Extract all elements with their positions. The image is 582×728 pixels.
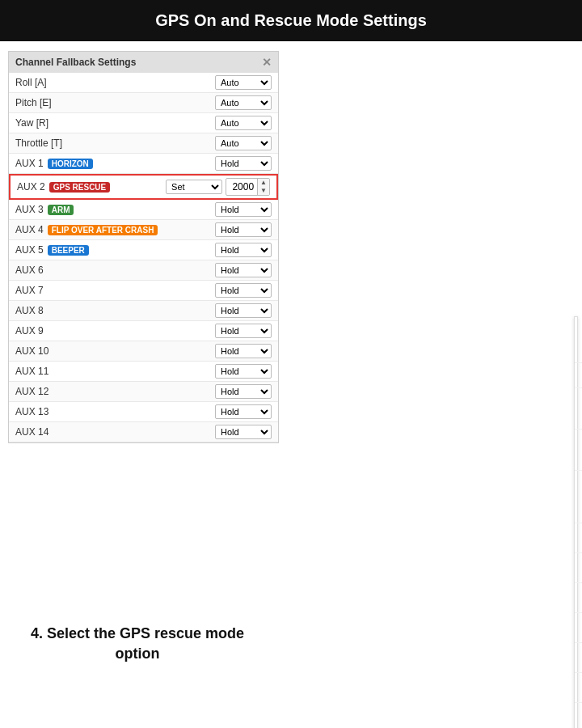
aux2-spin-up[interactable]: ▲ xyxy=(258,179,269,187)
left-panel: Channel Fallback Settings ✕ Roll [A] Aut… xyxy=(0,41,287,728)
channel-label-aux5: AUX 5 BEEPER xyxy=(15,244,215,256)
channel-select-aux10[interactable]: Hold xyxy=(215,344,272,358)
channel-row-roll: Roll [A] AutoHoldSet xyxy=(9,73,278,93)
channel-select-aux13[interactable]: Hold xyxy=(215,404,272,419)
channel-label-aux2: AUX 2 GPS RESCUE xyxy=(17,181,166,193)
channel-row-aux13: AUX 13 Hold xyxy=(9,402,278,422)
aux2-value-input[interactable] xyxy=(226,180,257,194)
channel-label-aux13: AUX 13 xyxy=(15,406,215,417)
channel-label-pitch: Pitch [E] xyxy=(15,97,215,108)
channel-row-yaw: Yaw [R] AutoHoldSet xyxy=(9,113,278,133)
channel-row-throttle: Throttle [T] AutoHoldSet xyxy=(9,133,278,154)
channel-row-pitch: Pitch [E] AutoHoldSet xyxy=(9,93,278,113)
aux2-set-controls: SetHoldAuto ▲ ▼ xyxy=(166,178,270,196)
channel-label-aux9: AUX 9 xyxy=(15,325,215,336)
gps-row-min-satellites: ▲ ▼ Minimum satellites xyxy=(575,703,582,728)
badge-beeper: BEEPER xyxy=(48,245,89,256)
channel-label-roll: Roll [A] xyxy=(15,77,215,88)
step4-label: 4. Select the GPS rescue mode option xyxy=(16,624,259,664)
channel-label-throttle: Throttle [T] xyxy=(15,138,215,149)
page-title: GPS On and Rescue Mode Settings xyxy=(0,0,582,41)
channel-select-pitch[interactable]: AutoHoldSet xyxy=(215,95,272,110)
channel-row-aux6: AUX 6 Hold xyxy=(9,260,278,281)
gps-row-descent-distance: ▲ ▼ Descent distance (meters) xyxy=(575,430,582,471)
channel-label-aux6: AUX 6 xyxy=(15,265,215,276)
channel-select-yaw[interactable]: AutoHoldSet xyxy=(215,116,272,130)
channel-select-aux11[interactable]: Hold xyxy=(215,364,272,379)
channel-panel-title: Channel Fallback Settings xyxy=(15,57,136,68)
channel-row-aux9: AUX 9 Hold xyxy=(9,321,278,341)
badge-horizon: HORIZON xyxy=(48,159,93,169)
channel-select-aux12[interactable]: Hold xyxy=(215,384,272,399)
gps-row-throttle-min: ▲ ▼ Throttle minimum xyxy=(575,553,582,583)
channel-label-aux4: AUX 4 FLIP OVER AFTER CRASH xyxy=(15,224,215,235)
gps-row-throttle-hover: ▲ ▼ Throttle hover xyxy=(575,613,582,643)
gps-row-throttle-max: ▲ ▼ Throttle maximum xyxy=(575,583,582,613)
channel-select-aux9[interactable]: Hold xyxy=(215,324,272,338)
channel-row-aux2: AUX 2 GPS RESCUE SetHoldAuto ▲ ▼ xyxy=(9,174,278,200)
channel-panel-header: Channel Fallback Settings ✕ xyxy=(9,52,278,73)
channel-row-aux10: AUX 10 Hold xyxy=(9,341,278,362)
channel-row-aux8: AUX 8 Hold xyxy=(9,301,278,321)
channel-row-aux1: AUX 1 HORIZON HoldAutoSet xyxy=(9,154,278,174)
channel-row-aux7: AUX 7 Hold xyxy=(9,281,278,301)
gps-row-ascend-rate: ▲ ▼ Ascend rate (meters/second) xyxy=(575,643,582,673)
gps-rescue-panel: GPS Rescue Return to xyxy=(574,316,578,728)
channel-label-aux14: AUX 14 xyxy=(15,426,215,438)
channel-label-aux7: AUX 7 xyxy=(15,285,215,296)
aux2-spin: ▲ ▼ xyxy=(257,179,269,195)
gps-row-min-distance: ▲ ▼ Minimum distance to home (meters) ? xyxy=(575,471,582,523)
channel-select-aux5[interactable]: HoldAutoSet xyxy=(215,243,272,257)
channel-label-aux12: AUX 12 xyxy=(15,386,215,397)
channel-label-aux8: AUX 8 xyxy=(15,305,215,316)
channel-row-aux4: AUX 4 FLIP OVER AFTER CRASH HoldAutoSet xyxy=(9,220,278,240)
channel-select-aux1[interactable]: HoldAutoSet xyxy=(215,156,272,171)
channel-select-roll[interactable]: AutoHoldSet xyxy=(215,75,272,90)
aux2-spin-down[interactable]: ▼ xyxy=(258,187,269,195)
aux2-value-wrap: ▲ ▼ xyxy=(226,178,270,196)
close-icon[interactable]: ✕ xyxy=(262,56,272,69)
channel-label-aux1: AUX 1 HORIZON xyxy=(15,158,215,169)
channel-row-aux14: AUX 14 Hold xyxy=(9,422,278,442)
channel-select-aux7[interactable]: Hold xyxy=(215,283,272,298)
gps-row-descend-rate: ▲ ▼ Descend rate (meters/second) xyxy=(575,673,582,703)
gps-row-ground-speed: ▲ ▼ Ground speed (meters/second) xyxy=(575,523,582,553)
channel-fallback-panel: Channel Fallback Settings ✕ Roll [A] Aut… xyxy=(8,51,279,443)
channel-select-aux4[interactable]: HoldAutoSet xyxy=(215,222,272,237)
channel-select-aux8[interactable]: Hold xyxy=(215,303,272,318)
gps-panel-header: GPS Rescue Return to xyxy=(575,317,582,363)
badge-arm: ARM xyxy=(48,205,74,215)
badge-gps-rescue: GPS RESCUE xyxy=(49,182,111,193)
channel-label-aux10: AUX 10 xyxy=(15,345,215,357)
channel-label-aux3: AUX 3 ARM xyxy=(15,204,215,215)
channel-select-aux6[interactable]: Hold xyxy=(215,263,272,277)
right-panel: 3. Set the RXLOSS control rescue mode ch… xyxy=(287,41,582,728)
badge-flip: FLIP OVER AFTER CRASH xyxy=(48,225,158,235)
channel-select-throttle[interactable]: AutoHoldSet xyxy=(215,136,272,150)
channel-label-aux11: AUX 11 xyxy=(15,366,215,377)
channel-row-aux5: AUX 5 BEEPER HoldAutoSet xyxy=(9,240,278,260)
channel-select-aux2[interactable]: SetHoldAuto xyxy=(166,180,222,194)
channel-row-aux3: AUX 3 ARM HoldAutoSet xyxy=(9,200,278,220)
channel-select-aux14[interactable]: Hold xyxy=(215,425,272,439)
channel-select-aux3[interactable]: HoldAutoSet xyxy=(215,202,272,217)
gps-row-initial-altitude: ▲ ▼ Initial altitude (meters) xyxy=(575,388,582,430)
gps-row-angle: ▲ ▼ Angle xyxy=(575,363,582,388)
channel-label-yaw: Yaw [R] xyxy=(15,117,215,129)
channel-row-aux11: AUX 11 Hold xyxy=(9,362,278,382)
channel-row-aux12: AUX 12 Hold xyxy=(9,382,278,402)
